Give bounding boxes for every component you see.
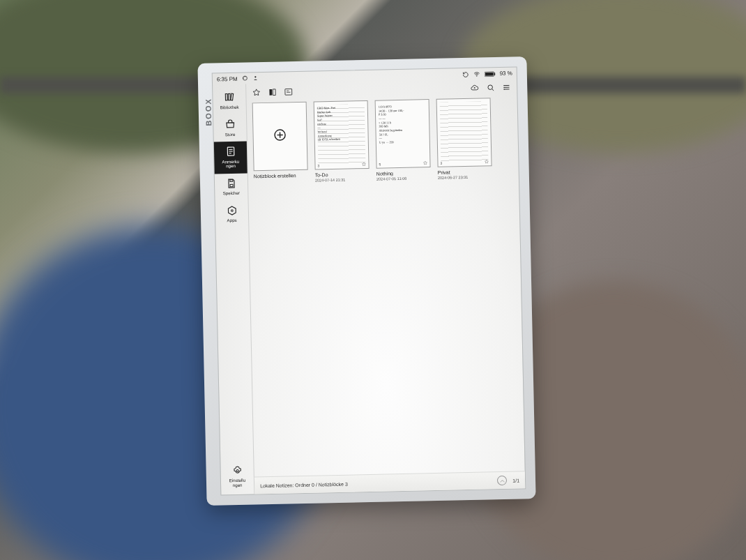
svg-rect-4 xyxy=(494,73,495,75)
note-card[interactable]: 110 h 8870 14:30 – 138 nur 100,– P 3.00 … xyxy=(375,99,431,181)
notes-icon xyxy=(224,146,236,158)
favorites-filter-icon[interactable] xyxy=(252,88,261,97)
svg-rect-15 xyxy=(273,89,275,96)
svg-rect-8 xyxy=(230,93,233,100)
sidebar-item-label: Bibliothek xyxy=(220,105,239,109)
note-preview: 110 h 8870 14:30 – 138 nur 100,– P 3.00 … xyxy=(379,104,427,144)
note-page-count: 3 xyxy=(317,163,319,167)
sidebar-item-label: Anmerku ngen xyxy=(222,159,239,169)
note-page-count: 5 xyxy=(379,162,381,166)
plus-icon xyxy=(273,128,287,144)
sidebar-item-label: Apps xyxy=(227,218,237,223)
status-time: 6:35 PM xyxy=(217,76,238,83)
svg-rect-14 xyxy=(269,89,272,96)
note-date: 2024-06-27 23:31 xyxy=(438,174,492,180)
apps-icon xyxy=(226,204,237,217)
options-menu-icon[interactable] xyxy=(502,83,511,92)
svg-point-2 xyxy=(476,75,477,76)
sidebar-item-label: Store xyxy=(225,132,236,137)
content-area: Notizblock erstellen CRO Mon–Frei Bäcker… xyxy=(246,78,525,494)
page-indicator[interactable]: 1/1 xyxy=(512,478,519,483)
new-notepad-card[interactable]: Notizblock erstellen xyxy=(252,102,308,184)
star-icon[interactable] xyxy=(423,160,427,165)
battery-icon xyxy=(484,71,495,77)
svg-point-12 xyxy=(231,209,233,211)
sidebar-item-einstellungen[interactable]: Einstellu ngen xyxy=(220,460,254,494)
star-icon[interactable] xyxy=(484,159,489,164)
svg-rect-16 xyxy=(285,89,292,95)
orientation-lock-icon xyxy=(242,75,248,83)
note-preview xyxy=(440,103,487,103)
settings-icon xyxy=(231,464,243,477)
sidebar-item-label: Einstellu ngen xyxy=(229,478,246,487)
note-card[interactable]: 3 Privat 2024-06-27 23:31 xyxy=(436,98,492,180)
refresh-mode-icon[interactable] xyxy=(462,70,469,77)
footer-summary: Lokale Notizen: Ordner 0 / Notizblöcke 3 xyxy=(260,481,348,488)
sidebar-item-store[interactable]: Store xyxy=(213,114,247,142)
svg-rect-6 xyxy=(225,93,227,100)
star-icon[interactable] xyxy=(361,162,366,167)
handwriting-recognition-icon[interactable] xyxy=(497,476,507,485)
new-notepad-label: Notizblock erstellen xyxy=(254,173,308,179)
tablet-device: BOOX 6:35 PM xyxy=(197,56,535,506)
search-icon[interactable] xyxy=(486,83,495,92)
battery-percent: 93 % xyxy=(499,70,512,77)
note-preview: CRO Mon–Frei Bäcker kalt Super Wetter Ka… xyxy=(317,105,365,142)
sidebar-item-apps[interactable]: Apps xyxy=(215,200,249,228)
sidebar-item-speicher[interactable]: Speicher xyxy=(215,173,248,201)
svg-point-13 xyxy=(236,469,238,471)
store-icon xyxy=(224,119,236,131)
svg-rect-5 xyxy=(485,72,494,75)
svg-rect-7 xyxy=(228,93,230,100)
brand-logo: BOOX xyxy=(204,98,213,126)
svg-rect-11 xyxy=(229,179,232,181)
svg-point-17 xyxy=(488,85,493,90)
svg-point-1 xyxy=(254,76,256,77)
sidebar-item-anmerkungen[interactable]: Anmerku ngen xyxy=(214,142,248,174)
storage-icon xyxy=(225,177,236,190)
recent-notes-icon[interactable] xyxy=(268,88,277,97)
sidebar-item-bibliothek[interactable]: Bibliothek xyxy=(213,87,246,115)
note-date: 2024-07-14 21:31 xyxy=(315,177,370,183)
person-icon xyxy=(252,75,259,82)
note-date: 2024-07-05 11:06 xyxy=(376,176,431,181)
cloud-sync-icon[interactable] xyxy=(470,84,479,93)
notes-grid: Notizblock erstellen CRO Mon–Frei Bäcker… xyxy=(247,94,525,476)
wifi-icon xyxy=(473,70,480,77)
svg-rect-10 xyxy=(230,184,233,186)
reading-notes-icon[interactable] xyxy=(284,87,293,96)
screen: 6:35 PM 93 % xyxy=(212,66,526,495)
note-page-count: 3 xyxy=(440,160,442,165)
note-card[interactable]: CRO Mon–Frei Bäcker kalt Super Wetter Ka… xyxy=(314,100,370,183)
library-icon xyxy=(224,91,235,104)
sidebar-item-label: Speicher xyxy=(223,191,241,196)
